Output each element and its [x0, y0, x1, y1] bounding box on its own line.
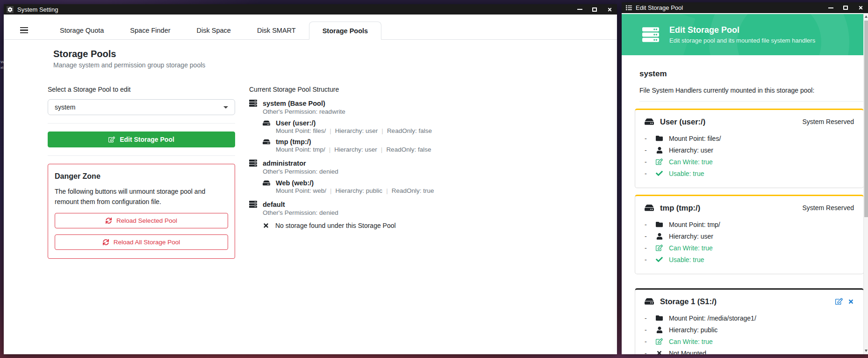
- minimize-button[interactable]: [823, 2, 838, 13]
- selected-pool-value: system: [55, 103, 75, 111]
- close-button[interactable]: [602, 4, 617, 15]
- hdd-icon: [645, 203, 654, 212]
- usable-item: -Usable: true: [645, 168, 854, 179]
- handler-card-tmp: tmp (tmp:/) System Reserved -Mount Point…: [635, 195, 864, 274]
- tree-handler-tmp: tmp (tmp:/) Mount Point: tmp/|Hierarchy:…: [263, 138, 595, 153]
- scrollbar[interactable]: [863, 13, 868, 354]
- edit-storage-pool-window: Edit Storage Pool Edit Storage Pool Edit…: [622, 2, 868, 354]
- item-text: Mount Point: tmp/: [669, 221, 720, 228]
- user-icon: [656, 147, 663, 153]
- system-reserved-badge: System Reserved: [803, 204, 854, 212]
- edit-icon: [656, 338, 663, 345]
- item-text: Mount Point: /media/storage1/: [669, 314, 756, 322]
- hdd-icon: [645, 297, 654, 306]
- tab-storage-pools[interactable]: Storage Pools: [309, 22, 382, 40]
- close-button[interactable]: [853, 2, 868, 13]
- gear-icon: [7, 6, 14, 13]
- tree-pool-system: system (Base Pool) Other's Permission: r…: [249, 99, 595, 153]
- remove-handler-button[interactable]: [848, 299, 854, 305]
- separator: |: [330, 187, 332, 194]
- bullet: -: [645, 314, 655, 322]
- handlers-description: File System Handlers currently mounted i…: [639, 87, 864, 94]
- desktop-icon-label-fragment: xt: [0, 66, 3, 70]
- item-text: Can Write: true: [669, 244, 713, 252]
- server-icon: [249, 200, 257, 208]
- item-text: Usable: true: [669, 256, 704, 263]
- reload-selected-pool-button[interactable]: Reload Selected Pool: [55, 213, 228, 228]
- edit-handler-button[interactable]: [835, 298, 843, 305]
- handler-readonly: ReadOnly: true: [392, 187, 434, 194]
- window-title: System Setting: [17, 6, 58, 13]
- hdd-icon: [263, 138, 270, 146]
- title-bar: System Setting: [4, 4, 617, 15]
- pool-permission: Other's Permission: denied: [263, 209, 595, 216]
- header-title: Edit Storage Pool: [669, 25, 815, 35]
- folder-icon: [656, 135, 663, 142]
- usable-item: -Usable: true: [645, 254, 854, 265]
- user-icon: [656, 233, 663, 240]
- tab-disk-space[interactable]: Disk Space: [184, 22, 244, 40]
- mount-point-item: -Mount Point: files/: [645, 132, 854, 144]
- edit-icon: [835, 298, 843, 305]
- reload-all-storage-pool-label: Reload All Storage Pool: [114, 239, 180, 246]
- bullet: -: [645, 350, 655, 355]
- bullet: -: [645, 326, 655, 334]
- pool-permission: Other's Permission: readwrite: [263, 108, 595, 115]
- tree-pool-administrator: administrator Other's Permission: denied…: [249, 159, 595, 194]
- bullet: -: [645, 338, 655, 345]
- select-pool-label: Select a Storage Pool to edit: [48, 86, 235, 93]
- scrollbar-thumb[interactable]: [864, 21, 868, 217]
- edit-icon: [656, 244, 663, 251]
- menu-icon[interactable]: [14, 21, 34, 39]
- edit-icon: [108, 136, 115, 143]
- hierarchy-item: -Hierarchy: user: [645, 230, 854, 242]
- danger-zone-title: Danger Zone: [55, 172, 228, 181]
- pool-name: administrator: [263, 160, 306, 167]
- bullet: -: [645, 135, 655, 142]
- check-icon: [656, 170, 663, 177]
- handler-hierarchy: Hierarchy: user: [335, 127, 378, 134]
- edit-icon: [656, 158, 663, 165]
- tab-space-finder[interactable]: Space Finder: [117, 22, 183, 40]
- handler-card-user: User (user:/) System Reserved -Mount Poi…: [635, 109, 864, 188]
- tab-disk-smart[interactable]: Disk SMART: [244, 22, 309, 40]
- x-icon: [848, 299, 854, 305]
- scroll-up-arrow[interactable]: [865, 15, 868, 18]
- item-text: Can Write: true: [669, 338, 713, 345]
- pool-name-heading: system: [639, 69, 864, 79]
- scroll-down-arrow[interactable]: [865, 350, 868, 352]
- edit-storage-pool-button[interactable]: Edit Storage Pool: [48, 132, 235, 147]
- reload-all-storage-pool-button[interactable]: Reload All Storage Pool: [55, 234, 228, 250]
- hdd-icon: [263, 179, 270, 187]
- bullet: -: [645, 244, 655, 252]
- card-title: Storage 1 (S1:/): [660, 297, 717, 306]
- window-title: Edit Storage Pool: [636, 4, 683, 11]
- item-text: Not Mounted: [669, 350, 706, 355]
- bullet: -: [645, 256, 655, 263]
- minimize-button[interactable]: [572, 4, 587, 15]
- bullet: -: [645, 158, 655, 166]
- edit-pool-header: Edit Storage Pool Edit storage pool and …: [622, 14, 863, 55]
- maximize-button[interactable]: [587, 4, 602, 15]
- danger-zone-description: The following buttons will unmount stora…: [55, 187, 228, 207]
- handler-name: User (user:/): [276, 119, 316, 127]
- item-text: Mount Point: files/: [669, 135, 721, 142]
- pool-permission: Other's Permission: denied: [263, 168, 595, 175]
- system-reserved-badge: System Reserved: [803, 118, 854, 125]
- handler-mount: Mount Point: files/: [276, 127, 326, 134]
- storage-pool-select[interactable]: system: [48, 99, 235, 115]
- server-icon: [249, 99, 257, 107]
- pool-name: system (Base Pool): [263, 100, 325, 107]
- item-text: Hierarchy: public: [669, 326, 717, 334]
- maximize-button[interactable]: [838, 2, 853, 13]
- item-text: Usable: true: [669, 170, 704, 177]
- tab-storage-quota[interactable]: Storage Quota: [47, 22, 117, 40]
- x-icon: [656, 350, 662, 354]
- can-write-item: -Can Write: true: [645, 336, 854, 347]
- title-bar: Edit Storage Pool: [622, 2, 868, 13]
- empty-pool-row: No storage found under this Storage Pool: [263, 222, 595, 229]
- separator: |: [330, 127, 331, 134]
- pool-name: default: [263, 201, 285, 208]
- hierarchy-item: -Hierarchy: user: [645, 144, 854, 156]
- bullet: -: [645, 221, 655, 228]
